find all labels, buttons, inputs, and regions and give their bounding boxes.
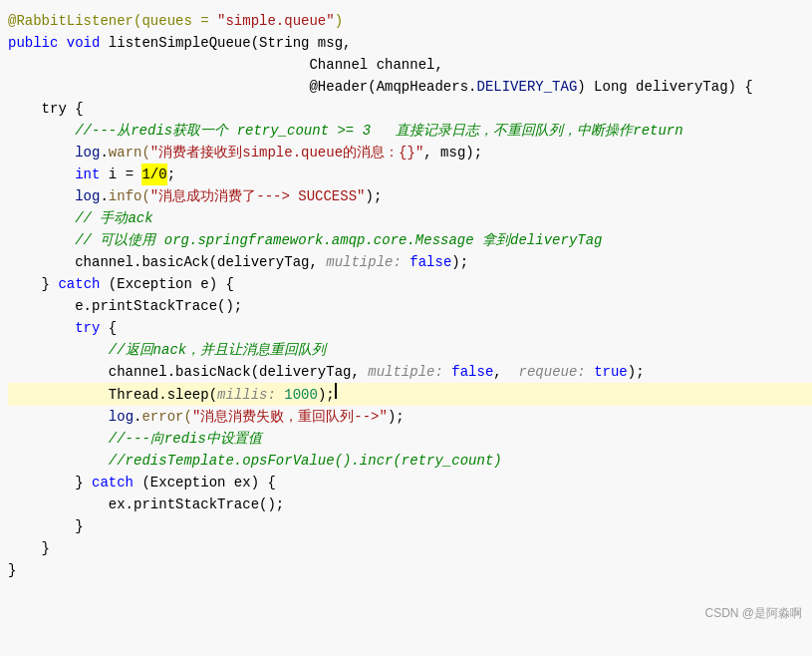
code-token: false <box>409 251 451 273</box>
code-token <box>8 317 75 339</box>
code-token: ) <box>335 10 343 32</box>
code-token: "消费者接收到simple.queue的消息：{}" <box>150 142 423 164</box>
code-token: int <box>75 164 100 185</box>
code-token: multiple: <box>368 361 443 383</box>
code-line-7: log.warn("消费者接收到simple.queue的消息：{}", msg… <box>8 142 812 164</box>
code-token: } <box>8 273 58 295</box>
code-line-19: log.error("消息消费失败，重回队列-->"); <box>8 406 812 428</box>
code-token: } <box>8 515 84 537</box>
code-token: ); <box>318 384 335 406</box>
code-token: (Exception e) { <box>100 273 233 295</box>
code-line-22: } catch (Exception ex) { <box>8 472 812 493</box>
code-token: { <box>100 317 117 339</box>
code-token: "消息成功消费了---> SUCCESS" <box>150 185 366 207</box>
code-line-2: public void listenSimpleQueue(String msg… <box>8 32 812 54</box>
code-token: (Exception ex) { <box>134 472 276 493</box>
code-token: i = <box>100 164 141 185</box>
code-token: // 可以使用 org.springframework.amqp.core.Me… <box>8 229 602 251</box>
code-token: try { <box>8 98 84 120</box>
code-line-10: // 手动ack <box>8 207 812 229</box>
code-token: ex.printStackTrace(); <box>8 493 284 515</box>
code-token: . <box>100 185 108 207</box>
code-line-15: try { <box>8 317 812 339</box>
code-token: "消息消费失败，重回队列-->" <box>192 406 388 428</box>
text-cursor <box>335 383 337 399</box>
code-token: log <box>75 185 100 207</box>
footer-text: CSDN @是阿淼啊 <box>704 605 802 622</box>
code-token: 1000 <box>284 384 318 406</box>
code-token: ); <box>628 361 645 383</box>
code-token: ); <box>388 406 405 428</box>
code-token: "simple.queue" <box>217 10 335 32</box>
code-token: void <box>67 32 109 54</box>
code-token <box>8 406 109 428</box>
code-line-16: //返回nack，并且让消息重回队列 <box>8 339 812 361</box>
code-token: info( <box>109 185 150 207</box>
code-token: //---向redis中设置值 <box>8 428 262 450</box>
code-line-18: Thread.sleep(millis: 1000); <box>8 383 812 406</box>
code-token: //redisTemplate.opsForValue().incr(retry… <box>8 450 502 472</box>
code-token: error( <box>141 406 191 428</box>
code-token: channel.basicNack(deliveryTag, <box>8 361 368 383</box>
code-token: multiple: <box>326 251 402 273</box>
code-token: try <box>75 317 100 339</box>
code-token: ) Long deliveryTag) { <box>577 76 752 98</box>
code-line-25: } <box>8 537 812 559</box>
code-token: } <box>8 537 50 559</box>
code-line-13: } catch (Exception e) { <box>8 273 812 295</box>
code-line-4: @Header(AmqpHeaders.DELIVERY_TAG) Long d… <box>8 76 812 98</box>
code-token: catch <box>58 273 100 295</box>
code-line-17: channel.basicNack(deliveryTag, multiple:… <box>8 361 812 383</box>
code-token: } <box>8 472 92 493</box>
code-token: ; <box>167 164 175 185</box>
highlighted-token: 1/0 <box>141 164 166 185</box>
code-line-12: channel.basicAck(deliveryTag, multiple: … <box>8 251 812 273</box>
code-token <box>402 251 409 273</box>
code-line-1: @RabbitListener(queues = "simple.queue") <box>8 10 812 32</box>
code-token: //---从redis获取一个 retry_count >= 3 直接记录日志，… <box>8 120 683 142</box>
code-token <box>586 361 594 383</box>
code-token: , <box>493 361 518 383</box>
code-token: @RabbitListener(queues = <box>8 10 217 32</box>
code-token: } <box>8 559 16 581</box>
code-token: . <box>134 406 141 428</box>
code-token: . <box>100 142 108 164</box>
code-token <box>276 384 284 406</box>
code-line-5: try { <box>8 98 812 120</box>
code-token: channel.basicAck(deliveryTag, <box>8 251 326 273</box>
code-token: e.printStackTrace(); <box>8 295 242 317</box>
code-token: false <box>451 361 493 383</box>
code-lines: @RabbitListener(queues = "simple.queue")… <box>8 10 812 581</box>
code-token: Thread. <box>8 384 167 406</box>
code-line-14: e.printStackTrace(); <box>8 295 812 317</box>
code-line-8: int i = 1/0; <box>8 164 812 185</box>
code-token: , msg); <box>423 142 482 164</box>
code-line-3: Channel channel, <box>8 54 812 76</box>
code-token: catch <box>92 472 134 493</box>
code-token: public <box>8 32 67 54</box>
code-line-20: //---向redis中设置值 <box>8 428 812 450</box>
code-token <box>443 361 451 383</box>
code-line-23: ex.printStackTrace(); <box>8 493 812 515</box>
code-token <box>8 142 75 164</box>
code-token: @Header(AmqpHeaders. <box>8 76 476 98</box>
code-token: //返回nack，并且让消息重回队列 <box>8 339 326 361</box>
code-line-24: } <box>8 515 812 537</box>
code-token: warn( <box>109 142 150 164</box>
code-token: ( <box>209 384 217 406</box>
code-token <box>8 164 75 185</box>
code-token: ); <box>451 251 468 273</box>
code-token: Channel channel, <box>8 54 443 76</box>
code-token: listenSimpleQueue(String msg, <box>109 32 352 54</box>
code-token: DELIVERY_TAG <box>476 76 577 98</box>
code-token: // 手动ack <box>8 207 153 229</box>
code-token <box>8 185 75 207</box>
code-token: ); <box>365 185 382 207</box>
code-line-9: log.info("消息成功消费了---> SUCCESS"); <box>8 185 812 207</box>
code-token: millis: <box>217 384 276 406</box>
code-line-26: } <box>8 559 812 581</box>
code-token: log <box>75 142 100 164</box>
code-line-11: // 可以使用 org.springframework.amqp.core.Me… <box>8 229 812 251</box>
code-container: @RabbitListener(queues = "simple.queue")… <box>0 0 812 628</box>
code-line-21: //redisTemplate.opsForValue().incr(retry… <box>8 450 812 472</box>
